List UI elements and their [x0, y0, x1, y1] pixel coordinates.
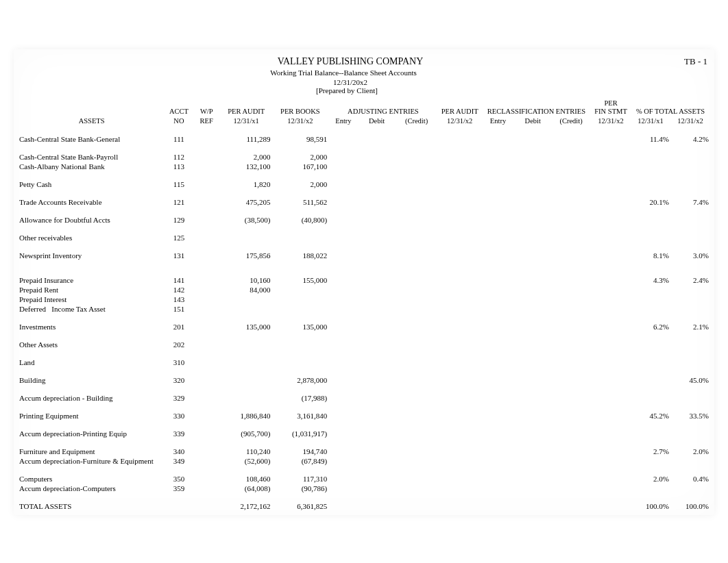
adj-entry — [328, 474, 358, 484]
recl-entry — [482, 197, 515, 207]
account-name: TOTAL ASSETS — [18, 501, 165, 511]
account-name: Computers — [18, 474, 165, 484]
spacer-row — [18, 225, 710, 233]
adj-debit — [359, 162, 396, 171]
company-title: VALLEY PUBLISHING COMPANY — [0, 56, 710, 67]
adj-entry — [328, 429, 358, 438]
wp-ref — [193, 304, 221, 314]
pct-x1 — [631, 358, 670, 367]
recl-credit — [551, 152, 591, 162]
recl-debit — [514, 501, 551, 511]
wp-ref — [193, 152, 221, 162]
adj-debit — [359, 152, 396, 162]
spacer-row — [18, 493, 710, 501]
acct-no: 129 — [165, 215, 192, 225]
adj-credit — [395, 429, 437, 438]
per-audit-x1: 175,856 — [221, 251, 272, 260]
adj-credit — [395, 484, 437, 493]
col-recl-credit: (Credit) — [551, 115, 591, 125]
per-fin-stmt — [591, 295, 631, 304]
adj-entry — [328, 358, 358, 367]
pct-x2 — [670, 215, 710, 225]
adj-entry — [328, 304, 358, 314]
acct-no: 320 — [165, 375, 192, 385]
recl-credit — [551, 358, 591, 367]
col-per-books-top: PER BOOKS — [271, 107, 328, 115]
account-name: Cash-Central State Bank-General — [18, 134, 165, 144]
per-fin-stmt — [591, 179, 631, 189]
wp-ref — [193, 215, 221, 225]
wp-ref — [193, 233, 221, 242]
pct-x2: 4.2% — [670, 134, 710, 144]
per-books-x2: 98,591 — [271, 134, 328, 144]
per-audit-x1: 10,160 — [221, 275, 272, 285]
adj-credit — [395, 134, 437, 144]
wp-ref — [193, 295, 221, 304]
col-per-books-x2: 12/31/x2 — [271, 115, 328, 125]
adj-debit — [359, 285, 396, 295]
recl-debit — [514, 322, 551, 331]
account-name: Cash-Albany National Bank — [18, 162, 165, 171]
pct-x2: 2.1% — [670, 322, 710, 331]
acct-no: 142 — [165, 285, 192, 295]
per-audit-x2 — [438, 393, 482, 403]
account-name: Prepaid Insurance — [18, 275, 165, 285]
per-fin-stmt — [591, 322, 631, 331]
acct-no: 202 — [165, 340, 192, 349]
per-audit-x1: 2,000 — [221, 152, 272, 162]
acct-no: 329 — [165, 393, 192, 403]
per-audit-x1: 132,100 — [221, 162, 272, 171]
col-adj-debit: Debit — [359, 115, 396, 125]
adj-debit — [359, 215, 396, 225]
acct-no: 125 — [165, 233, 192, 242]
adj-debit — [359, 447, 396, 456]
pct-x1 — [631, 215, 670, 225]
per-audit-x1: (52,600) — [221, 456, 272, 466]
col-wp-top: W/P — [193, 107, 221, 115]
per-fin-stmt — [591, 340, 631, 349]
adj-entry — [328, 456, 358, 466]
adj-entry — [328, 501, 358, 511]
table-header: PER ACCT W/P PER AUDIT PER BOOKS ADJUSTI… — [18, 99, 710, 125]
adj-credit — [395, 393, 437, 403]
col-per-audit-x1-top: PER AUDIT — [221, 107, 272, 115]
adj-debit — [359, 484, 396, 493]
per-books-x2: 188,022 — [271, 251, 328, 260]
per-books-x2: (40,800) — [271, 215, 328, 225]
per-fin-stmt — [591, 429, 631, 438]
recl-entry — [482, 474, 515, 484]
pct-x2 — [670, 295, 710, 304]
per-audit-x1 — [221, 233, 272, 242]
per-audit-x2 — [438, 322, 482, 331]
pct-x1 — [631, 340, 670, 349]
adj-entry — [328, 179, 358, 189]
pct-x1 — [631, 375, 670, 385]
recl-entry — [482, 358, 515, 367]
acct-no: 111 — [165, 134, 192, 144]
per-books-x2: (17,988) — [271, 393, 328, 403]
acct-no: 141 — [165, 275, 192, 285]
pct-x1: 4.3% — [631, 275, 670, 285]
acct-no: 121 — [165, 197, 192, 207]
table-row: Building3202,878,00045.0% — [18, 375, 710, 385]
adj-entry — [328, 295, 358, 304]
table-row: Cash-Central State Bank-General111111,28… — [18, 134, 710, 144]
recl-credit — [551, 393, 591, 403]
spacer-row — [18, 367, 710, 375]
adj-debit — [359, 295, 396, 304]
table-row: Petty Cash1151,8202,000 — [18, 179, 710, 189]
wp-ref — [193, 251, 221, 260]
adj-debit — [359, 134, 396, 144]
adj-credit — [395, 474, 437, 484]
spacer-row — [18, 331, 710, 340]
per-books-x2: (67,849) — [271, 456, 328, 466]
adj-credit — [395, 304, 437, 314]
pct-x2 — [670, 393, 710, 403]
pct-x2 — [670, 358, 710, 367]
per-fin-stmt — [591, 134, 631, 144]
recl-credit — [551, 285, 591, 295]
pct-x1: 45.2% — [631, 411, 670, 421]
recl-debit — [514, 285, 551, 295]
recl-debit — [514, 197, 551, 207]
recl-debit — [514, 456, 551, 466]
